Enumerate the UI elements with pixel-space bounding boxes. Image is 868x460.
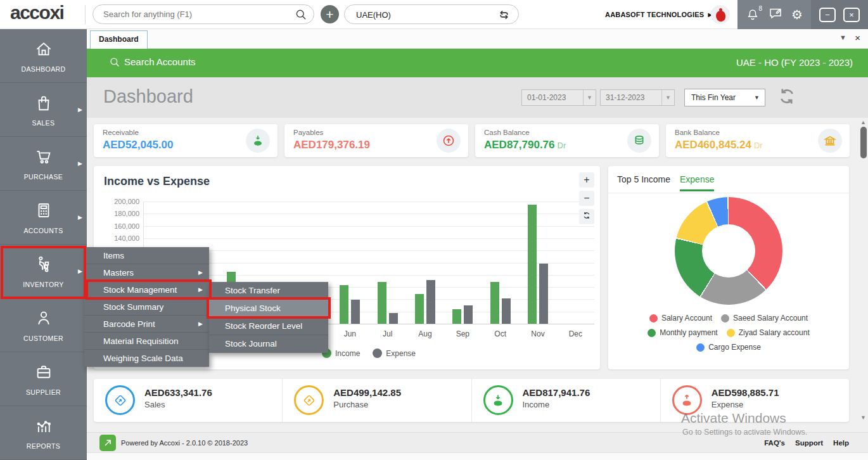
bar-income <box>415 294 424 324</box>
gridline <box>143 250 594 251</box>
summary-card-value: AED52,045.00 <box>103 139 174 151</box>
total-sales: AED633,341.76Sales <box>94 379 283 422</box>
date-from-input[interactable] <box>527 91 578 105</box>
quick-add-button[interactable]: + <box>321 5 339 23</box>
period-select[interactable]: This Fin Year ▼ <box>684 89 765 106</box>
y-axis-tick-label: 180,000 <box>99 210 139 217</box>
menu-item-items[interactable]: Items <box>84 247 209 264</box>
sidebar-item-label: SUPPLIER <box>26 388 61 396</box>
sidebar-item-accounts[interactable]: ACCOUNTS▶ <box>0 191 87 245</box>
date-from-field[interactable]: ▼ <box>521 89 596 106</box>
accoxi-logo: accoxi <box>10 2 63 23</box>
menu-item-masters[interactable]: Masters▶ <box>84 264 209 281</box>
reset-zoom-button[interactable] <box>579 209 594 224</box>
menu-item-barcode-print[interactable]: Barcode Print▶ <box>84 316 209 333</box>
date-to-input[interactable] <box>606 91 656 105</box>
zoom-in-button[interactable]: + <box>579 172 594 188</box>
global-search[interactable] <box>93 4 314 24</box>
tab-dashboard[interactable]: Dashboard <box>90 30 148 49</box>
chevron-down-icon[interactable]: ▼ <box>661 90 674 105</box>
gridline <box>143 214 594 214</box>
tab-list-dropdown-icon[interactable]: ▼ <box>839 34 846 41</box>
refresh-dashboard-button[interactable] <box>776 86 798 108</box>
tab-top5-expense[interactable]: Expense <box>680 174 714 191</box>
sidebar-item-supplier[interactable]: SUPPLIER <box>0 352 87 406</box>
tab-top5-income[interactable]: Top 5 Income <box>617 174 670 184</box>
switch-branch-icon[interactable] <box>497 8 511 24</box>
x-axis-tick-label: Jul <box>369 329 406 338</box>
scroll-down-icon[interactable]: ▼ <box>860 414 866 421</box>
gridline <box>143 201 594 202</box>
total-label: Expense <box>712 400 744 409</box>
user-avatar[interactable] <box>711 5 730 24</box>
y-axis-tick-label: 140,000 <box>99 234 139 242</box>
chart-title: Income vs Expense <box>104 175 210 188</box>
logo-divider <box>85 5 86 24</box>
menu-item-weighing-scale-data[interactable]: Weighing Scale Data <box>84 350 209 367</box>
minimize-icon: − <box>825 10 830 20</box>
sidebar-item-label: PURCHASE <box>24 173 63 181</box>
date-to-field[interactable]: ▼ <box>600 89 675 106</box>
search-accounts-button[interactable]: Search Accounts <box>110 56 196 67</box>
menu-item-stock-summary[interactable]: Stock Summary <box>84 298 209 316</box>
branch-selector[interactable]: UAE(HO) <box>344 4 519 24</box>
zoom-out-button[interactable]: − <box>579 191 594 206</box>
scrollbar-thumb[interactable] <box>860 127 867 158</box>
notifications-button[interactable]: 8 <box>746 7 760 22</box>
chevron-down-icon[interactable]: ▼ <box>583 90 596 105</box>
summary-card-cash-balance[interactable]: Cash BalanceAED87,790.76Dr <box>475 124 659 157</box>
footer-link-help[interactable]: Help <box>833 439 849 447</box>
totals-card: AED633,341.76SalesAED499,142.85PurchaseA… <box>94 379 849 422</box>
footer-link-support[interactable]: Support <box>795 439 823 447</box>
bag-icon <box>34 93 53 115</box>
sidebar-item-label: ACCOUNTS <box>23 227 63 234</box>
global-search-input[interactable] <box>103 6 287 23</box>
sidebar-item-purchase[interactable]: PURCHASE▶ <box>0 137 87 191</box>
tab-bar: Dashboard ▼ × <box>87 29 868 49</box>
branch-value: UAE(HO) <box>356 10 391 20</box>
footer-link-faq-s[interactable]: FAQ's <box>764 439 785 447</box>
menu-item-material-requisition[interactable]: Material Requisition <box>84 333 209 350</box>
bar-income <box>528 205 537 324</box>
total-value: AED598,885.71 <box>712 387 779 398</box>
powered-by-label: Powered by Accoxi - 2.0.10 © 2018-2023 <box>121 439 248 447</box>
company-name[interactable]: AABASOFT TECHNOLOGIES▶ <box>605 11 712 18</box>
summary-card-bank-balance[interactable]: Bank BalanceAED460,845.24Dr <box>666 124 850 157</box>
summary-card-receivable[interactable]: ReceivableAED52,045.00 <box>94 124 278 157</box>
accoxi-app: accoxi + UAE(HO) AABASOFT TECHNOLOGIES▶ … <box>0 0 868 460</box>
sidebar-item-label: INVENTORY <box>23 281 63 288</box>
window-controls: − × <box>811 0 868 29</box>
arrow-up-circle-icon <box>437 129 461 153</box>
sidebar-item-sales[interactable]: SALES▶ <box>0 83 87 137</box>
legend-item-monthly-payment: Monthly payment <box>648 328 717 337</box>
tab-close-icon[interactable]: × <box>855 32 860 43</box>
scroll-up-icon[interactable]: ▲ <box>860 119 866 125</box>
avatar-mark-dot <box>719 8 722 11</box>
x-axis-tick-label: Nov <box>519 329 556 338</box>
submenu-item-stock-transfer[interactable]: Stock Transfer <box>209 282 328 300</box>
sidebar-item-reports[interactable]: REPORTS <box>0 406 87 460</box>
submenu-item-stock-reorder-level[interactable]: Stock Reorder Level <box>209 317 328 335</box>
inventory-icon <box>34 255 53 276</box>
y-axis-tick-label: 160,000 <box>99 222 139 230</box>
gridline <box>143 263 594 264</box>
legend-dot <box>373 348 382 358</box>
sidebar-item-inventory[interactable]: INVENTORY▶ <box>0 245 87 298</box>
submenu-item-physical-stock[interactable]: Physical Stock <box>209 300 328 317</box>
submenu-item-stock-journal[interactable]: Stock Journal <box>209 335 328 353</box>
sidebar-item-dashboard[interactable]: DASHBOARD <box>0 29 87 83</box>
minimize-button[interactable]: − <box>819 8 836 22</box>
sidebar-item-customer[interactable]: CUSTOMER <box>0 298 87 352</box>
summary-card-payables[interactable]: PayablesAED179,376.19 <box>284 124 468 157</box>
search-icon[interactable] <box>295 9 307 23</box>
bar-expense <box>426 280 435 324</box>
menu-item-stock-management[interactable]: Stock Management▶ <box>84 281 209 298</box>
topbar-icon-block: 8 ⚙ <box>737 0 811 29</box>
close-button[interactable]: × <box>843 8 860 22</box>
summary-card-value: AED460,845.24Dr <box>675 139 763 151</box>
messages-button[interactable] <box>768 6 783 23</box>
chart-toolbar: + − <box>579 172 594 224</box>
person-icon <box>34 309 53 330</box>
footer-links: FAQ'sSupportHelp <box>764 439 849 447</box>
settings-button[interactable]: ⚙ <box>791 8 803 22</box>
